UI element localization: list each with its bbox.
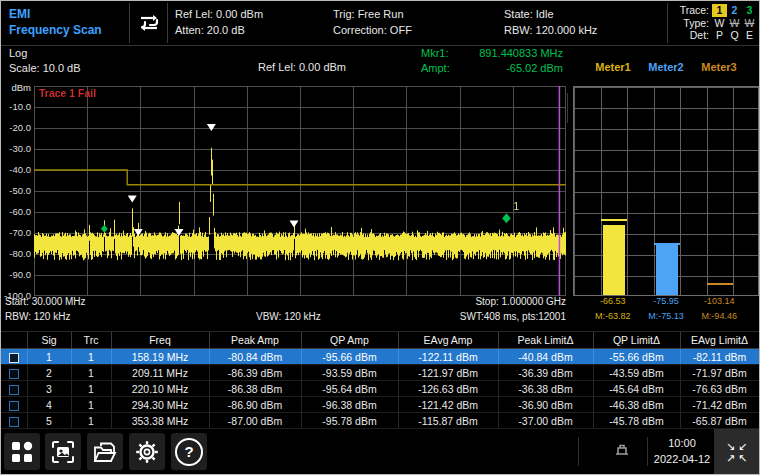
ref-atten-block: Ref Lel: 0.00 dBm Atten: 20.0 dB	[175, 6, 263, 38]
y-axis-unit: dBm	[1, 82, 31, 93]
checkbox-cell	[1, 365, 27, 381]
screen-label: Frequency Scan	[9, 22, 102, 38]
row-checkbox[interactable]	[9, 385, 19, 395]
y-axis-tick: -10.0	[1, 101, 31, 112]
table-cell: 294.30 MHz	[111, 397, 209, 413]
atten-value: Atten: 20.0 dB	[175, 22, 263, 38]
peripheral-status	[613, 442, 631, 462]
resize-arrows-icon: ↘↙↗↖	[725, 440, 749, 464]
trace-indicator: 3	[742, 4, 757, 17]
state-rbw-block: State: Idle RBW: 120.000 kHz	[504, 6, 597, 38]
trace-row-label: Trace:	[673, 4, 709, 17]
trace-row-label: Det:	[673, 29, 709, 42]
top-status-bar: EMI Frequency Scan Ref Lel: 0.00 dBm Att…	[1, 1, 759, 46]
y-axis-tick: -70.0	[1, 227, 31, 238]
table-cell: -76.63 dBm	[680, 381, 759, 397]
spectrum-plot[interactable]	[34, 86, 566, 296]
trig-correction-block: Trig: Free Run Correction: OFF	[333, 6, 412, 38]
meter2-label: Meter2	[648, 61, 683, 73]
continuous-sweep-button[interactable]	[132, 7, 166, 39]
trace-status-block: Trace:123Type:WWWDet:PQE	[673, 4, 757, 42]
emi-analyzer-screen: EMI Frequency Scan Ref Lel: 0.00 dBm Att…	[0, 0, 760, 475]
swt-label: SWT:408 ms, pts:12001	[460, 311, 566, 322]
meter-readout-value: -75.95	[653, 296, 679, 306]
app-mode-title: EMI Frequency Scan	[9, 6, 102, 38]
y-axis-tick: -40.0	[1, 164, 31, 175]
ref-level-center: Ref Lel: 0.00 dBm	[191, 61, 413, 73]
table-cell: -96.38 dBm	[301, 397, 398, 413]
row-checkbox[interactable]	[9, 401, 19, 411]
table-cell: -36.38 dBm	[498, 381, 593, 397]
main-menu-button[interactable]	[4, 433, 40, 470]
meter-bar-panel	[573, 86, 759, 296]
meter1-label: Meter1	[595, 61, 630, 73]
table-cell: -93.59 dBm	[301, 365, 398, 381]
y-axis-tick: -30.0	[1, 143, 31, 154]
meter-readout-value: -66.53	[600, 296, 626, 306]
checkbox-cell	[1, 381, 27, 397]
state-value: State: Idle	[504, 6, 597, 22]
table-cell: -121.97 dBm	[398, 365, 498, 381]
display-settings-bar: Log Scale: 10.0 dB Ref Lel: 0.00 dBm Mkr…	[1, 45, 759, 81]
settings-button[interactable]	[129, 433, 165, 470]
table-cell: -86.38 dBm	[209, 381, 301, 397]
menu-grid-icon	[11, 441, 33, 463]
marker-label: Mkr1:	[421, 46, 449, 61]
table-cell: -95.66 dBm	[301, 349, 398, 365]
table-cell: 1	[27, 349, 71, 365]
meter-labels: Meter1 Meter2 Meter3	[569, 61, 759, 79]
table-row[interactable]: 11158.19 MHz-80.84 dBm-95.66 dBm-122.11 …	[1, 349, 759, 365]
checkbox-cell	[1, 397, 27, 413]
screenshot-button[interactable]	[45, 433, 81, 470]
bottom-toolbar: ? 10:00 2022-04-12 ↘↙↗↖	[1, 428, 759, 474]
table-header-row: SigTrcFreqPeak AmpQP AmpEAvg AmpPeak Lim…	[1, 332, 759, 349]
table-cell: 1	[71, 349, 111, 365]
meter-readout-value: M:-63.82	[595, 311, 631, 321]
meter-maxhold-line	[654, 243, 681, 245]
table-cell: -65.87 dBm	[680, 413, 759, 429]
table-cell: 1	[71, 413, 111, 429]
screenshot-icon	[51, 440, 75, 464]
table-row[interactable]: 41294.30 MHz-86.90 dBm-96.38 dBm-121.42 …	[1, 397, 759, 413]
meter-maxhold-line	[601, 219, 628, 221]
table-cell: 1	[71, 381, 111, 397]
table-cell: -71.42 dBm	[680, 397, 759, 413]
folder-file-icon	[93, 441, 117, 463]
table-cell: 4	[27, 397, 71, 413]
table-cell: -121.42 dBm	[398, 397, 498, 413]
table-cell: -126.63 dBm	[398, 381, 498, 397]
table-cell: -36.39 dBm	[498, 365, 593, 381]
y-axis-tick: -20.0	[1, 122, 31, 133]
table-cell: -86.90 dBm	[209, 397, 301, 413]
marker-ampt-value: -65.02 dBm	[506, 61, 563, 76]
clock-block: 10:00 2022-04-12	[651, 435, 713, 467]
table-cell: -87.00 dBm	[209, 413, 301, 429]
table-header-cell: Trc	[71, 332, 111, 349]
table-cell: -71.97 dBm	[680, 365, 759, 381]
collapse-screen-button[interactable]: ↘↙↗↖	[714, 429, 759, 474]
correction-value: Correction: OFF	[333, 22, 412, 38]
table-row[interactable]: 21209.11 MHz-86.39 dBm-93.59 dBm-121.97 …	[1, 365, 759, 381]
table-header-cell: Sig	[27, 332, 71, 349]
marker-ampt-label: Ampt:	[421, 61, 450, 76]
row-checkbox[interactable]	[9, 417, 19, 427]
table-cell: -115.87 dBm	[398, 413, 498, 429]
table-cell: -46.38 dBm	[593, 397, 680, 413]
y-axis-tick: -80.0	[1, 248, 31, 259]
log-label: Log	[9, 46, 81, 61]
table-cell: 209.11 MHz	[111, 365, 209, 381]
start-freq-label: Start: 30.000 MHz	[5, 296, 86, 307]
table-cell: 2	[27, 365, 71, 381]
file-manager-button[interactable]	[87, 433, 123, 470]
row-checkbox[interactable]	[9, 369, 19, 379]
help-button[interactable]: ?	[171, 433, 207, 470]
table-header-cell	[1, 332, 27, 349]
table-header-cell: EAvg LimitΔ	[680, 332, 759, 349]
table-row[interactable]: 31220.10 MHz-86.38 dBm-95.64 dBm-126.63 …	[1, 381, 759, 397]
table-cell: -36.90 dBm	[498, 397, 593, 413]
usb-device-icon	[613, 442, 631, 458]
table-row[interactable]: 51353.38 MHz-87.00 dBm-95.78 dBm-115.87 …	[1, 413, 759, 429]
rbw-value: RBW: 120.000 kHz	[504, 22, 597, 38]
row-checkbox[interactable]	[9, 353, 19, 363]
table-cell: 158.19 MHz	[111, 349, 209, 365]
